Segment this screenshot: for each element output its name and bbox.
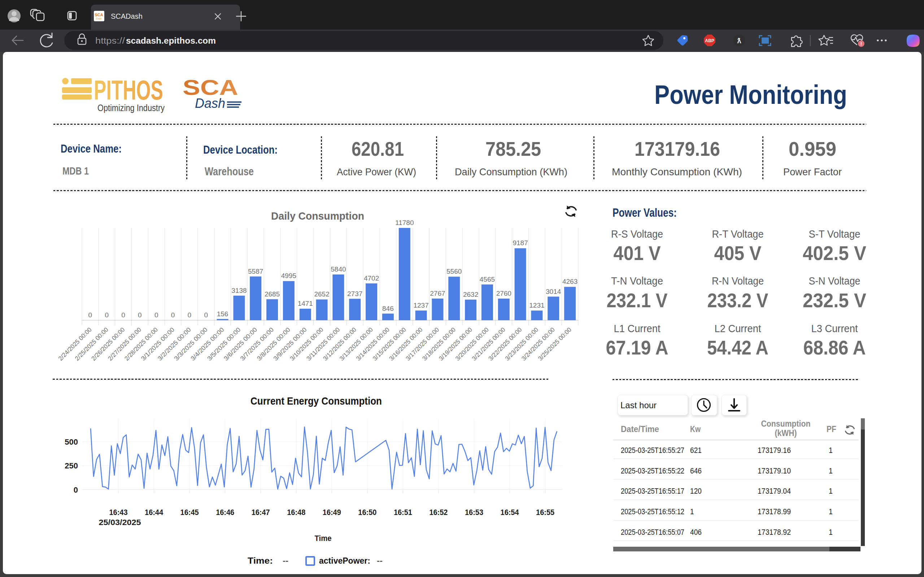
svg-text:173178.99: 173178.99 <box>758 507 791 516</box>
svg-text:173179.04: 173179.04 <box>758 487 791 495</box>
svg-text:1: 1 <box>829 507 833 516</box>
svg-text:2025-03-25T16:55:22: 2025-03-25T16:55:22 <box>621 466 684 475</box>
svg-text:406: 406 <box>690 528 702 537</box>
svg-text:Consumption: Consumption <box>761 419 811 429</box>
svg-text:1: 1 <box>829 487 833 495</box>
svg-text:120: 120 <box>690 487 702 495</box>
svg-text:2025-03-25T16:55:17: 2025-03-25T16:55:17 <box>621 487 684 495</box>
svg-text:Date/Time: Date/Time <box>621 424 659 434</box>
svg-text:2025-03-25T16:55:07: 2025-03-25T16:55:07 <box>621 528 684 537</box>
svg-text:173178.92: 173178.92 <box>758 528 791 537</box>
svg-text:173179.16: 173179.16 <box>758 446 791 455</box>
svg-text:1: 1 <box>829 446 833 455</box>
svg-text:646: 646 <box>690 466 702 475</box>
svg-text:2025-03-25T16:55:27: 2025-03-25T16:55:27 <box>621 446 684 455</box>
svg-text:PF: PF <box>827 424 836 434</box>
svg-text:1: 1 <box>829 466 833 475</box>
svg-text:2025-03-25T16:55:12: 2025-03-25T16:55:12 <box>621 507 684 516</box>
svg-text:(kWH): (kWH) <box>775 428 797 438</box>
svg-text:Kw: Kw <box>690 424 701 434</box>
svg-text:1: 1 <box>690 507 694 516</box>
svg-text:1: 1 <box>829 528 833 537</box>
svg-text:621: 621 <box>690 446 702 455</box>
svg-text:173179.10: 173179.10 <box>758 466 791 475</box>
